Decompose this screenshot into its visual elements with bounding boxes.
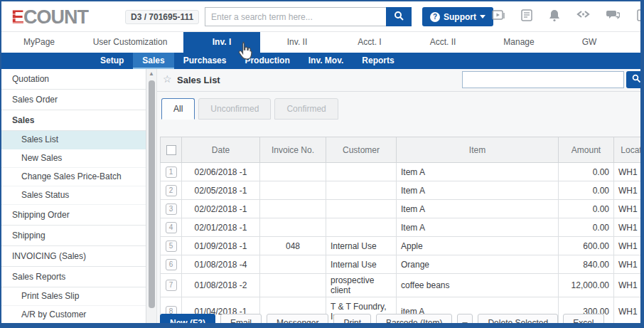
sidebar-item-change-sales-price-batch[interactable]: Change Sales Price-Batch [1,168,146,186]
col-header-invoice[interactable]: Invoice No. [260,137,326,163]
location-cell: WH1 [614,163,641,181]
subnav-purchases[interactable]: Purchases [174,53,236,69]
row-number-button[interactable]: 1 [166,166,177,178]
email-button[interactable]: Email [220,314,262,323]
manual-icon[interactable] [520,9,533,22]
col-header-date[interactable]: Date [182,137,260,163]
date-link[interactable]: 02/02/2018 -1 [182,200,260,218]
new-button[interactable]: New (F2) [160,314,215,323]
delete-selected-button[interactable]: Delete Selected [478,314,558,323]
nav-inv-2[interactable]: Inv. II [260,32,334,53]
quick-search-input[interactable] [462,71,624,88]
nav-user-customization[interactable]: User Customization [77,32,183,53]
amount-cell: 600.00 [559,237,614,255]
star-icon[interactable]: ☆ [163,73,172,85]
sidebar-item-sales-order[interactable]: Sales Order [1,90,146,110]
customer-cell: Internal Use [326,255,397,274]
date-link[interactable]: 02/05/2018 -1 [182,181,260,200]
sidebar-item-sales-reports[interactable]: Sales Reports [1,267,146,287]
nav-inv-1[interactable]: Inv. I [183,32,260,53]
support-button[interactable]: ? Support [422,7,493,26]
date-link[interactable]: 02/01/2018 -1 [182,218,260,237]
item-cell: Item A [397,163,559,181]
messenger-button[interactable]: Messenger [267,314,328,323]
table-row: 7 01/08/2018 -2 prospective client coffe… [161,274,641,297]
item-cell: Item A [397,218,559,237]
subnav-reports[interactable]: Reports [353,53,403,69]
ecount-logo[interactable]: ECOUNT [11,6,88,28]
top-icon-row [492,9,644,22]
location-cell: WH1 [614,255,641,274]
subnav-sales[interactable]: Sales [133,53,173,69]
nav-mypage[interactable]: MyPage [1,32,77,53]
nav-acct-2[interactable]: Acct. II [405,32,481,53]
amount-cell: 840.00 [559,255,614,274]
quick-search-button[interactable]: Search [626,71,640,88]
sidebar-item-ar-by-customer[interactable]: A/R by Customer [1,306,146,324]
global-search-input[interactable] [205,7,386,26]
item-cell: Orange [397,255,559,274]
sidebar-item-shipping[interactable]: Shipping [1,226,146,246]
select-all-cell [161,137,182,163]
row-number-button[interactable]: 6 [166,259,177,270]
nav-acct-1[interactable]: Acct. I [334,32,405,53]
sidebar-scrollbar[interactable]: ▲ [146,69,157,323]
bell-icon[interactable] [548,9,561,22]
sidebar-item-shipping-order[interactable]: Shipping Order [1,205,146,226]
col-header-item[interactable]: Item [397,137,559,163]
sidebar-item-invoicing-sales[interactable]: INVOICING (Sales) [1,246,146,267]
location-cell: WH1 [614,218,641,237]
sidebar-item-sales-status[interactable]: Sales Status [1,186,146,205]
sidebar-item-sales[interactable]: Sales [1,110,146,131]
barcode-item-button[interactable]: Barcode (Item) [376,314,452,323]
barcode-dropdown-button[interactable] [457,314,473,323]
sidebar-item-quotation[interactable]: Quotation [1,69,146,90]
nav-gw[interactable]: GW [557,32,621,53]
select-all-checkbox[interactable] [166,145,176,155]
chat-icon[interactable] [606,9,620,22]
row-number-button[interactable]: 2 [166,185,177,196]
excel-button[interactable]: Excel [563,314,603,323]
col-header-amount[interactable]: Amount [559,137,614,163]
date-link[interactable]: 01/08/2018 -4 [182,255,260,274]
date-link[interactable]: 02/06/2018 -1 [182,163,260,181]
subnav-production[interactable]: Production [235,53,299,69]
scrollbar-thumb[interactable] [149,80,155,308]
table-row: 4 02/01/2018 -1 Item A 0.00 WH1 [161,218,641,237]
scroll-up-icon[interactable]: ▲ [149,70,154,77]
primary-nav: MyPage User Customization Inv. I Inv. II… [1,32,640,53]
row-number-button[interactable]: 3 [166,203,177,215]
row-number-button[interactable]: 7 [166,280,177,291]
amount-cell: 0.00 [559,181,614,200]
subnav-inv-mov[interactable]: Inv. Mov. [299,53,353,69]
date-link[interactable]: 01/09/2018 -1 [182,237,260,255]
tab-unconfirmed[interactable]: Unconfirmed [198,98,271,120]
date-link[interactable]: 01/08/2018 -2 [182,274,260,297]
subnav-setup[interactable]: Setup [91,53,133,69]
row-number-button[interactable]: 5 [166,240,177,252]
logo-letter-e: E [11,6,23,28]
table-row: 1 02/06/2018 -1 Item A 0.00 WH1 [161,163,641,181]
main-content: ☆ Sales List Search All Unconfirmed Conf… [157,69,640,323]
col-header-customer[interactable]: Customer [326,137,397,163]
app-window: ECOUNT D3 / 701695-111 ? Support MyPage … [0,0,644,328]
global-search-button[interactable] [386,7,412,26]
tab-confirmed[interactable]: Confirmed [274,98,338,120]
tab-all[interactable]: All [161,98,195,120]
sidebar-item-print-sales-slip[interactable]: Print Sales Slip [1,287,146,306]
location-cell: WH1 [614,200,641,218]
remote-support-icon[interactable] [576,9,591,22]
invoice-cell [260,255,326,274]
logo-text: COUNT [23,6,88,28]
sidebar-item-sales-list[interactable]: Sales List [1,131,146,149]
video-tutorial-icon[interactable] [492,9,505,22]
sidebar-item-new-sales[interactable]: New Sales [1,149,146,168]
clipped-edge-icon[interactable] [635,9,642,22]
item-cell: Apple [397,237,559,255]
col-header-location[interactable]: Location [614,137,641,163]
row-number-button[interactable]: 4 [166,222,177,233]
nav-manage[interactable]: Manage [481,32,557,53]
invoice-cell: 048 [260,237,326,255]
invoice-cell [260,181,326,200]
print-button[interactable]: Print [333,314,371,323]
